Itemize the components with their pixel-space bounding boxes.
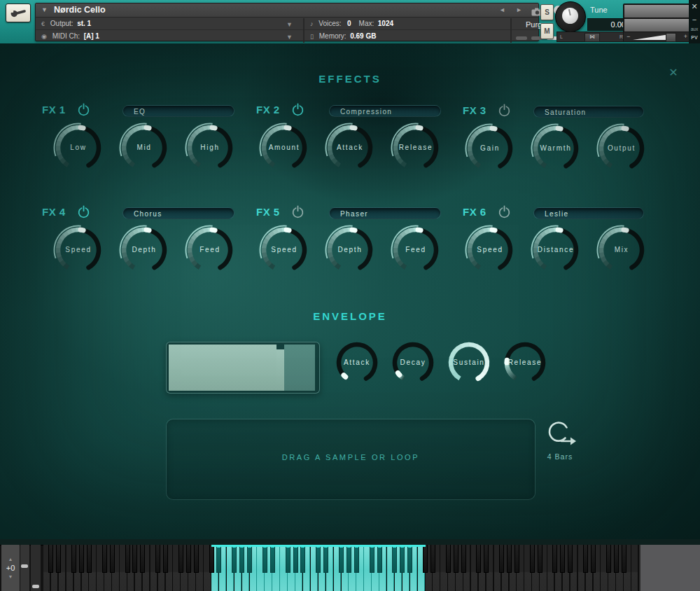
volume-slider[interactable]: − + xyxy=(623,32,691,42)
black-key[interactable] xyxy=(140,545,145,573)
sample-drop-zone[interactable]: DRAG A SAMPLE OR LOOP xyxy=(166,419,536,500)
black-key[interactable] xyxy=(186,545,191,573)
black-key[interactable] xyxy=(568,545,573,573)
black-key[interactable] xyxy=(446,545,451,573)
black-key[interactable] xyxy=(132,545,137,573)
black-key[interactable] xyxy=(194,545,199,573)
fx6-type-dropdown[interactable]: Leslie xyxy=(533,207,644,219)
black-key[interactable] xyxy=(530,545,535,573)
fx5-power-button[interactable] xyxy=(290,204,305,219)
depth-knob[interactable]: Depth xyxy=(116,222,172,278)
black-key[interactable] xyxy=(423,545,428,573)
black-key[interactable] xyxy=(56,545,61,573)
output-dropdown-caret-icon[interactable]: ▼ xyxy=(286,21,293,28)
fx5-type-dropdown[interactable]: Phaser xyxy=(329,207,441,219)
loop-bars-setting[interactable]: 4 Bars xyxy=(535,452,585,461)
black-key[interactable] xyxy=(476,545,481,573)
amount-knob[interactable]: Amount xyxy=(256,120,312,176)
piano-keyboard[interactable] xyxy=(43,545,639,591)
zoom-handle[interactable] xyxy=(32,585,39,588)
transpose-up-icon[interactable]: ▲ xyxy=(8,557,13,562)
fx2-power-button[interactable] xyxy=(290,102,305,117)
midi-dropdown-caret-icon[interactable]: ▼ xyxy=(286,34,293,41)
black-key[interactable] xyxy=(370,545,374,573)
black-key[interactable] xyxy=(163,545,168,573)
fx6-power-button[interactable] xyxy=(497,204,512,219)
black-key[interactable] xyxy=(392,545,397,573)
tune-knob[interactable] xyxy=(555,1,586,32)
white-key[interactable] xyxy=(631,545,638,591)
fx4-power-button[interactable] xyxy=(76,204,91,219)
speed-knob[interactable]: Speed xyxy=(256,222,312,278)
black-key[interactable] xyxy=(454,545,458,573)
black-key[interactable] xyxy=(125,545,130,573)
panel-close-icon[interactable]: ✕ xyxy=(665,64,682,81)
black-key[interactable] xyxy=(552,545,557,573)
fx1-power-button[interactable] xyxy=(76,102,91,117)
transpose-down-icon[interactable]: ▼ xyxy=(8,574,13,579)
black-key[interactable] xyxy=(591,545,596,573)
black-key[interactable] xyxy=(209,545,214,573)
scrollbar-handle[interactable] xyxy=(21,564,28,568)
black-key[interactable] xyxy=(293,545,298,573)
black-key[interactable] xyxy=(286,545,290,573)
black-key[interactable] xyxy=(407,545,412,573)
keyboard-scrollbar[interactable] xyxy=(20,545,29,591)
black-key[interactable] xyxy=(430,545,435,573)
black-key[interactable] xyxy=(377,545,382,573)
output-knob[interactable]: Output xyxy=(594,120,650,176)
feed-knob[interactable]: Feed xyxy=(388,222,444,278)
pan-slider[interactable]: L R ⋈ xyxy=(556,32,626,42)
black-key[interactable] xyxy=(216,545,221,573)
distance-knob[interactable]: Distance xyxy=(528,222,584,278)
midi-channel-selector[interactable]: ◉ MIDI Ch: [A] 1 xyxy=(41,31,99,42)
black-key[interactable] xyxy=(499,545,504,573)
instrument-close-button[interactable]: ✕ xyxy=(689,2,700,11)
black-key[interactable] xyxy=(514,545,519,573)
black-key[interactable] xyxy=(316,545,321,573)
volume-minus[interactable]: − xyxy=(626,33,630,40)
sustain-knob[interactable]: Sustain xyxy=(441,335,497,391)
black-key[interactable] xyxy=(102,545,107,573)
volume-plus[interactable]: + xyxy=(684,33,687,40)
black-key[interactable] xyxy=(110,545,115,573)
black-key[interactable] xyxy=(247,545,252,573)
black-key[interactable] xyxy=(239,545,244,573)
black-key[interactable] xyxy=(614,545,619,573)
pan-handle[interactable]: ⋈ xyxy=(584,33,600,42)
fx1-type-dropdown[interactable]: EQ xyxy=(122,105,234,117)
black-key[interactable] xyxy=(232,545,237,573)
black-key[interactable] xyxy=(461,545,466,573)
mix-knob[interactable]: Mix xyxy=(594,222,650,278)
black-key[interactable] xyxy=(354,545,359,573)
instrument-title-row[interactable]: ▼ Nørdic Cello ◄ ► i xyxy=(36,4,538,18)
volume-handle[interactable] xyxy=(666,33,676,42)
envelope-display[interactable] xyxy=(166,342,320,394)
black-key[interactable] xyxy=(583,545,588,573)
warmth-knob[interactable]: Warmth xyxy=(528,120,584,176)
black-key[interactable] xyxy=(48,545,53,573)
feed-knob[interactable]: Feed xyxy=(182,222,238,278)
attack-knob[interactable]: Attack xyxy=(329,335,385,391)
next-instrument-button[interactable]: ► xyxy=(516,4,522,17)
gain-knob[interactable]: Gain xyxy=(462,120,518,176)
low-knob[interactable]: Low xyxy=(50,120,106,176)
wrench-settings-button[interactable] xyxy=(6,4,31,22)
black-key[interactable] xyxy=(560,545,565,573)
release-knob[interactable]: Release xyxy=(388,120,444,176)
output-selector[interactable]: € Output: st. 1 xyxy=(41,18,91,29)
black-key[interactable] xyxy=(79,545,84,573)
black-key[interactable] xyxy=(538,545,542,573)
black-key[interactable] xyxy=(606,545,611,573)
black-key[interactable] xyxy=(346,545,351,573)
fx3-type-dropdown[interactable]: Saturation xyxy=(533,106,644,118)
black-key[interactable] xyxy=(622,545,626,573)
speed-knob[interactable]: Speed xyxy=(462,222,518,278)
mute-button[interactable]: M xyxy=(540,23,554,39)
black-key[interactable] xyxy=(155,545,160,573)
mid-knob[interactable]: Mid xyxy=(116,120,172,176)
keyboard-zoom-strip[interactable] xyxy=(31,545,41,591)
fx3-power-button[interactable] xyxy=(497,103,512,118)
black-key[interactable] xyxy=(484,545,489,573)
release-knob[interactable]: Release xyxy=(497,335,553,391)
